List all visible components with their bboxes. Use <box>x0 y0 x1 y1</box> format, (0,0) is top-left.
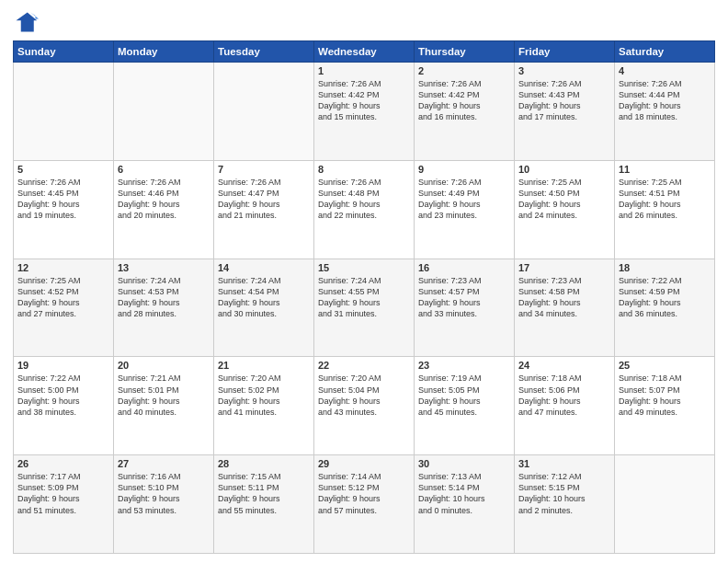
day-number: 9 <box>418 164 510 175</box>
day-number: 19 <box>17 360 109 371</box>
day-info: Sunrise: 7:26 AM Sunset: 4:47 PM Dayligh… <box>218 177 310 222</box>
day-number: 6 <box>118 164 210 175</box>
calendar-cell: 8Sunrise: 7:26 AM Sunset: 4:48 PM Daylig… <box>314 160 415 259</box>
page: SundayMondayTuesdayWednesdayThursdayFrid… <box>0 0 728 563</box>
day-number: 21 <box>218 360 310 371</box>
calendar-week-5: 26Sunrise: 7:17 AM Sunset: 5:09 PM Dayli… <box>14 455 715 554</box>
day-number: 17 <box>518 262 610 273</box>
calendar-cell: 26Sunrise: 7:17 AM Sunset: 5:09 PM Dayli… <box>14 455 114 554</box>
day-info: Sunrise: 7:23 AM Sunset: 4:58 PM Dayligh… <box>518 275 610 320</box>
day-number: 27 <box>118 458 210 469</box>
calendar-cell: 25Sunrise: 7:18 AM Sunset: 5:07 PM Dayli… <box>615 357 715 455</box>
day-info: Sunrise: 7:14 AM Sunset: 5:12 PM Dayligh… <box>318 471 410 516</box>
day-info: Sunrise: 7:22 AM Sunset: 4:59 PM Dayligh… <box>619 275 711 320</box>
calendar-cell: 12Sunrise: 7:25 AM Sunset: 4:52 PM Dayli… <box>14 259 114 357</box>
day-info: Sunrise: 7:15 AM Sunset: 5:11 PM Dayligh… <box>218 471 310 516</box>
day-number: 28 <box>218 458 310 469</box>
day-number: 20 <box>118 360 210 371</box>
logo-icon <box>13 9 39 35</box>
day-number: 13 <box>118 262 210 273</box>
day-number: 25 <box>619 360 711 371</box>
day-number: 31 <box>518 458 610 469</box>
calendar-cell <box>14 63 114 161</box>
calendar-cell: 19Sunrise: 7:22 AM Sunset: 5:00 PM Dayli… <box>14 357 114 455</box>
day-info: Sunrise: 7:26 AM Sunset: 4:42 PM Dayligh… <box>318 78 410 123</box>
header <box>13 9 715 35</box>
calendar-cell <box>114 63 214 161</box>
calendar-cell: 18Sunrise: 7:22 AM Sunset: 4:59 PM Dayli… <box>615 259 715 357</box>
day-number: 1 <box>318 65 410 76</box>
day-info: Sunrise: 7:12 AM Sunset: 5:15 PM Dayligh… <box>518 471 610 516</box>
day-info: Sunrise: 7:26 AM Sunset: 4:44 PM Dayligh… <box>619 78 711 123</box>
calendar-cell <box>615 455 715 554</box>
day-info: Sunrise: 7:26 AM Sunset: 4:48 PM Dayligh… <box>318 177 410 222</box>
day-number: 29 <box>318 458 410 469</box>
day-number: 15 <box>318 262 410 273</box>
calendar-cell: 22Sunrise: 7:20 AM Sunset: 5:04 PM Dayli… <box>314 357 415 455</box>
calendar-cell: 2Sunrise: 7:26 AM Sunset: 4:42 PM Daylig… <box>415 63 515 161</box>
day-number: 10 <box>518 164 610 175</box>
day-info: Sunrise: 7:19 AM Sunset: 5:05 PM Dayligh… <box>418 373 510 418</box>
calendar-cell: 27Sunrise: 7:16 AM Sunset: 5:10 PM Dayli… <box>114 455 214 554</box>
calendar-cell: 30Sunrise: 7:13 AM Sunset: 5:14 PM Dayli… <box>415 455 515 554</box>
day-number: 11 <box>619 164 711 175</box>
weekday-header-friday: Friday <box>515 41 615 63</box>
calendar-week-4: 19Sunrise: 7:22 AM Sunset: 5:00 PM Dayli… <box>14 357 715 455</box>
day-info: Sunrise: 7:26 AM Sunset: 4:46 PM Dayligh… <box>118 177 210 222</box>
day-info: Sunrise: 7:18 AM Sunset: 5:06 PM Dayligh… <box>518 373 610 418</box>
day-number: 24 <box>518 360 610 371</box>
day-info: Sunrise: 7:20 AM Sunset: 5:04 PM Dayligh… <box>318 373 410 418</box>
day-info: Sunrise: 7:13 AM Sunset: 5:14 PM Dayligh… <box>418 471 510 516</box>
day-info: Sunrise: 7:25 AM Sunset: 4:50 PM Dayligh… <box>518 177 610 222</box>
day-number: 7 <box>218 164 310 175</box>
calendar-cell: 24Sunrise: 7:18 AM Sunset: 5:06 PM Dayli… <box>515 357 615 455</box>
day-number: 8 <box>318 164 410 175</box>
weekday-header-tuesday: Tuesday <box>214 41 314 63</box>
calendar-week-2: 5Sunrise: 7:26 AM Sunset: 4:45 PM Daylig… <box>14 160 715 259</box>
calendar-cell: 10Sunrise: 7:25 AM Sunset: 4:50 PM Dayli… <box>515 160 615 259</box>
calendar-body: 1Sunrise: 7:26 AM Sunset: 4:42 PM Daylig… <box>14 63 715 554</box>
svg-marker-0 <box>17 13 38 32</box>
calendar-cell: 3Sunrise: 7:26 AM Sunset: 4:43 PM Daylig… <box>515 63 615 161</box>
calendar-cell: 21Sunrise: 7:20 AM Sunset: 5:02 PM Dayli… <box>214 357 314 455</box>
weekday-header-thursday: Thursday <box>415 41 515 63</box>
day-info: Sunrise: 7:24 AM Sunset: 4:54 PM Dayligh… <box>218 275 310 320</box>
calendar-cell: 11Sunrise: 7:25 AM Sunset: 4:51 PM Dayli… <box>615 160 715 259</box>
day-number: 26 <box>17 458 109 469</box>
day-info: Sunrise: 7:23 AM Sunset: 4:57 PM Dayligh… <box>418 275 510 320</box>
day-number: 4 <box>619 65 711 76</box>
day-info: Sunrise: 7:24 AM Sunset: 4:55 PM Dayligh… <box>318 275 410 320</box>
calendar-cell: 16Sunrise: 7:23 AM Sunset: 4:57 PM Dayli… <box>415 259 515 357</box>
day-info: Sunrise: 7:18 AM Sunset: 5:07 PM Dayligh… <box>619 373 711 418</box>
day-info: Sunrise: 7:16 AM Sunset: 5:10 PM Dayligh… <box>118 471 210 516</box>
day-info: Sunrise: 7:20 AM Sunset: 5:02 PM Dayligh… <box>218 373 310 418</box>
calendar-cell: 29Sunrise: 7:14 AM Sunset: 5:12 PM Dayli… <box>314 455 415 554</box>
day-number: 14 <box>218 262 310 273</box>
day-info: Sunrise: 7:24 AM Sunset: 4:53 PM Dayligh… <box>118 275 210 320</box>
calendar-table: SundayMondayTuesdayWednesdayThursdayFrid… <box>13 40 715 554</box>
logo <box>13 9 42 35</box>
day-info: Sunrise: 7:21 AM Sunset: 5:01 PM Dayligh… <box>118 373 210 418</box>
weekday-header-wednesday: Wednesday <box>314 41 415 63</box>
calendar-cell: 4Sunrise: 7:26 AM Sunset: 4:44 PM Daylig… <box>615 63 715 161</box>
day-info: Sunrise: 7:25 AM Sunset: 4:51 PM Dayligh… <box>619 177 711 222</box>
weekday-header-sunday: Sunday <box>14 41 114 63</box>
calendar-cell: 17Sunrise: 7:23 AM Sunset: 4:58 PM Dayli… <box>515 259 615 357</box>
calendar-cell: 6Sunrise: 7:26 AM Sunset: 4:46 PM Daylig… <box>114 160 214 259</box>
day-number: 12 <box>17 262 109 273</box>
day-number: 18 <box>619 262 711 273</box>
day-info: Sunrise: 7:26 AM Sunset: 4:45 PM Dayligh… <box>17 177 109 222</box>
day-number: 2 <box>418 65 510 76</box>
day-info: Sunrise: 7:25 AM Sunset: 4:52 PM Dayligh… <box>17 275 109 320</box>
day-number: 30 <box>418 458 510 469</box>
calendar-cell: 15Sunrise: 7:24 AM Sunset: 4:55 PM Dayli… <box>314 259 415 357</box>
day-number: 23 <box>418 360 510 371</box>
calendar-week-3: 12Sunrise: 7:25 AM Sunset: 4:52 PM Dayli… <box>14 259 715 357</box>
calendar-header: SundayMondayTuesdayWednesdayThursdayFrid… <box>14 41 715 63</box>
day-info: Sunrise: 7:26 AM Sunset: 4:42 PM Dayligh… <box>418 78 510 123</box>
calendar-cell: 20Sunrise: 7:21 AM Sunset: 5:01 PM Dayli… <box>114 357 214 455</box>
calendar-week-1: 1Sunrise: 7:26 AM Sunset: 4:42 PM Daylig… <box>14 63 715 161</box>
weekday-header-row: SundayMondayTuesdayWednesdayThursdayFrid… <box>14 41 715 63</box>
day-number: 3 <box>518 65 610 76</box>
calendar-cell <box>214 63 314 161</box>
